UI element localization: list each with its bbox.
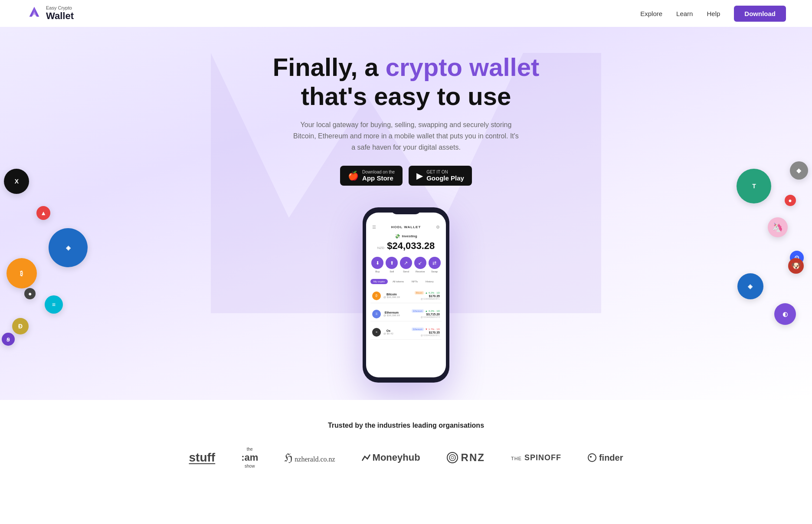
nav-learn[interactable]: Learn bbox=[676, 10, 693, 17]
logo-stuff: stuff bbox=[189, 451, 216, 465]
buy-button[interactable]: ⬇ Buy bbox=[371, 257, 383, 273]
eth-badge: Ethereum bbox=[412, 309, 424, 313]
wallet-name-label: HODL WALLET bbox=[391, 225, 421, 229]
svg-point-6 bbox=[590, 456, 592, 458]
nav-explore[interactable]: Explore bbox=[640, 10, 662, 17]
google-play-main: Google Play bbox=[426, 174, 464, 182]
sell-button[interactable]: ⬆ Sell bbox=[386, 257, 398, 273]
hero-title-part1: Finally, a bbox=[273, 53, 386, 81]
phone-header: ☰ HODL WALLET ⚙ bbox=[370, 225, 442, 229]
phone-mockup: ☰ HODL WALLET ⚙ 💸 Investing NZD $24,033.… bbox=[363, 207, 449, 383]
receive-icon: ↙ bbox=[414, 257, 426, 269]
nav-help[interactable]: Help bbox=[707, 10, 720, 17]
logo-icon bbox=[26, 5, 43, 22]
logo-moneyhub: Moneyhub bbox=[361, 452, 420, 463]
svg-point-2 bbox=[447, 452, 458, 463]
finder-icon bbox=[587, 453, 597, 462]
balance-currency: NZD bbox=[377, 246, 384, 250]
eth-change-row: Ethereum ▲ 4.2% · 1D bbox=[412, 309, 440, 313]
eth-crypto-value: @ 0.04443928 ETH bbox=[412, 316, 440, 318]
ox-icon: × bbox=[372, 328, 381, 337]
crypto-item-btc: ₿ Bitcoin @ $36,396.39 Bitcoin ▲ 4.2% · … bbox=[370, 288, 442, 303]
eth-market-price: @ $38,398.99 bbox=[383, 314, 400, 317]
app-store-top: Download on the bbox=[362, 170, 395, 174]
logo[interactable]: Easy Crypto Wallet bbox=[26, 5, 74, 22]
svg-point-3 bbox=[449, 455, 455, 461]
btc-right: Bitcoin ▲ 4.2% · 1D $170.35 @ 0.00440626… bbox=[415, 291, 440, 300]
moneyhub-icon bbox=[361, 453, 371, 462]
settings-icon: ⚙ bbox=[436, 225, 440, 229]
btc-change-row: Bitcoin ▲ 4.2% · 1D bbox=[415, 291, 440, 295]
apple-icon: 🍎 bbox=[348, 170, 359, 181]
ox-right: Ethereum ▼ 1.7% · 1D $170.35 @ 0.0044383… bbox=[412, 328, 440, 337]
google-play-top: GET IT ON bbox=[426, 170, 464, 174]
hero-subtitle: Your local gateway for buying, selling, … bbox=[293, 119, 519, 153]
brand-easy: Easy Crypto bbox=[46, 5, 74, 10]
logo-spinoff: THE SPINOFF bbox=[511, 453, 561, 462]
ox-change-row: Ethereum ▼ 1.7% · 1D bbox=[412, 328, 440, 331]
navigation: Easy Crypto Wallet Explore Learn Help Do… bbox=[0, 0, 812, 27]
receive-label: Receive bbox=[416, 270, 425, 273]
logo-am: the :am show bbox=[241, 447, 258, 468]
hero-content: Finally, a crypto wallet that's easy to … bbox=[9, 53, 803, 383]
swap-button[interactable]: ⇄ Swap bbox=[429, 257, 441, 273]
swap-label: Swap bbox=[431, 270, 438, 273]
ox-name: Ox bbox=[383, 329, 393, 332]
ox-left: × Ox @ $0.42 bbox=[372, 328, 393, 337]
download-button[interactable]: Download bbox=[734, 6, 786, 22]
send-icon: ↗ bbox=[400, 257, 412, 269]
btc-icon: ₿ bbox=[372, 291, 381, 300]
logo-finder: finder bbox=[587, 453, 623, 463]
trusted-section: Trusted by the industries leading organi… bbox=[0, 400, 812, 490]
eth-icon: Ξ bbox=[372, 310, 381, 318]
eth-info: Ethereum @ $38,398.99 bbox=[383, 311, 400, 317]
ox-change: ▼ 1.7% · 1D bbox=[425, 328, 440, 331]
ox-crypto-value: @ 0.00443836 BTC bbox=[412, 334, 440, 337]
svg-point-5 bbox=[588, 454, 596, 462]
brand-wallet: Wallet bbox=[46, 10, 74, 22]
crypto-list: ₿ Bitcoin @ $36,396.39 Bitcoin ▲ 4.2% · … bbox=[370, 288, 442, 340]
eth-name: Ethereum bbox=[383, 311, 400, 314]
tab-my-crypto[interactable]: My crypto bbox=[370, 279, 388, 284]
ox-badge: Ethereum bbox=[412, 328, 424, 331]
app-store-main: App Store bbox=[362, 174, 395, 182]
btc-left: ₿ Bitcoin @ $36,396.39 bbox=[372, 291, 400, 300]
hero-title-part2: that's easy to use bbox=[301, 82, 511, 110]
ox-market-price: @ $0.42 bbox=[383, 332, 393, 335]
buy-icon: ⬇ bbox=[371, 257, 383, 269]
tab-history[interactable]: History bbox=[422, 279, 437, 284]
phone-balance: NZD $24,033.28 bbox=[370, 240, 442, 252]
balance-amount: $24,033.28 bbox=[387, 240, 435, 251]
phone-screen: ☰ HODL WALLET ⚙ 💸 Investing NZD $24,033.… bbox=[366, 213, 446, 377]
btc-market-price: @ $36,396.39 bbox=[383, 296, 400, 298]
app-store-button[interactable]: 🍎 Download on the App Store bbox=[340, 166, 403, 186]
receive-button[interactable]: ↙ Receive bbox=[414, 257, 426, 273]
swap-icon: ⇄ bbox=[429, 257, 441, 269]
hero-title-highlight: crypto wallet bbox=[386, 53, 540, 81]
investing-label: Investing bbox=[402, 234, 417, 238]
send-button[interactable]: ↗ Send bbox=[400, 257, 412, 273]
rnz-icon bbox=[446, 452, 458, 464]
send-label: Send bbox=[403, 270, 409, 273]
buy-label: Buy bbox=[375, 270, 380, 273]
google-play-icon: ▶ bbox=[416, 170, 423, 181]
btc-badge: Bitcoin bbox=[415, 291, 424, 295]
phone-outer: ☰ HODL WALLET ⚙ 💸 Investing NZD $24,033.… bbox=[363, 207, 449, 383]
eth-left: Ξ Ethereum @ $38,398.99 bbox=[372, 310, 400, 318]
eth-value: $3,715.20 bbox=[412, 313, 440, 316]
menu-icon: ☰ bbox=[372, 225, 376, 229]
trusted-logos: stuff the :am show ℌ nzherald.co.nz Mone… bbox=[17, 447, 795, 468]
tab-all-tokens[interactable]: All tokens bbox=[390, 279, 407, 284]
tab-nfts[interactable]: NFTs bbox=[409, 279, 421, 284]
phone-notch bbox=[391, 207, 421, 214]
btc-value: $170.35 bbox=[415, 295, 440, 298]
ox-info: Ox @ $0.42 bbox=[383, 329, 393, 335]
eth-change: ▲ 4.2% · 1D bbox=[425, 310, 440, 312]
logo-herald: ℌ nzherald.co.nz bbox=[284, 451, 335, 465]
google-play-button[interactable]: ▶ GET IT ON Google Play bbox=[409, 166, 472, 186]
eth-right: Ethereum ▲ 4.2% · 1D $3,715.20 @ 0.04443… bbox=[412, 309, 440, 318]
crypto-item-eth: Ξ Ethereum @ $38,398.99 Ethereum ▲ 4.2% … bbox=[370, 307, 442, 321]
hero-title: Finally, a crypto wallet that's easy to … bbox=[9, 53, 803, 111]
google-play-text: GET IT ON Google Play bbox=[426, 170, 464, 182]
phone-actions: ⬇ Buy ⬆ Sell ↗ Send ↙ Re bbox=[370, 257, 442, 273]
